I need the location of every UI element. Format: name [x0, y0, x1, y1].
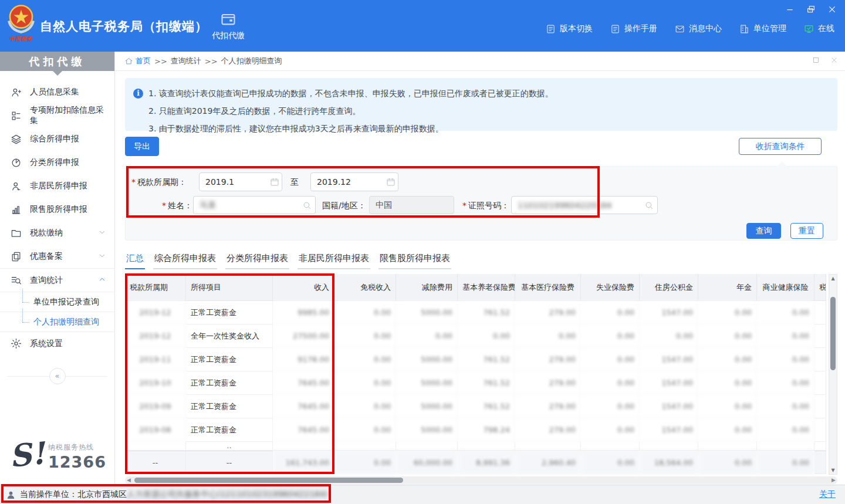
sidebar-item-8[interactable]: 查询统计 [0, 268, 114, 292]
table-cell: 1547.00 [640, 301, 698, 324]
header-menu-label: 版本切换 [560, 23, 593, 34]
header-menu-item-1[interactable]: 操作手册 [610, 23, 657, 34]
chevron-down-wrap [98, 252, 106, 262]
restore-button[interactable] [806, 5, 816, 14]
search-icon[interactable] [302, 201, 312, 210]
brand-caption: 中国税务 [5, 35, 38, 43]
breadcrumb-item[interactable]: 查询统计 [171, 56, 201, 66]
sidebar-item-7[interactable]: 优惠备案 [0, 245, 114, 268]
horizontal-scroll-thumb[interactable] [134, 478, 403, 483]
table-cell [581, 442, 640, 451]
query-button[interactable]: 查询 [746, 223, 781, 239]
sidebar-item-5[interactable]: 限售股所得申报 [0, 198, 114, 221]
table-cell: 5000.00 [396, 301, 458, 324]
tab-4[interactable]: 限售股所得申报表 [378, 252, 451, 269]
table-cell: 免税收入 [334, 274, 396, 301]
table-cell: 5000.00 [396, 371, 458, 395]
table-cell: 0.00 [581, 371, 640, 395]
panel-close-icon[interactable] [830, 56, 838, 64]
name-input[interactable]: 马某 [193, 196, 316, 214]
about-link[interactable]: 关于 [819, 489, 836, 500]
table-cell: 0.00 [334, 324, 396, 348]
tab-daikou-daijiao[interactable]: 代扣代缴 [203, 9, 254, 48]
reset-button[interactable]: 重置 [790, 223, 823, 239]
tab-3[interactable]: 非居民所得申报表 [298, 252, 370, 269]
sidebar: 代扣代缴 人员信息采集专项附加扣除信息采集综合所得申报分类所得申报非居民所得申报… [0, 52, 115, 485]
sidebar-collapse-button[interactable]: « [49, 368, 66, 384]
sidebar-subitem-8-1[interactable]: 个人扣缴明细查询 [0, 312, 114, 332]
doc-icon [610, 24, 620, 34]
table-cell: 9985.00 [273, 301, 334, 324]
chevron-down-wrap [98, 228, 106, 238]
calendar-icon[interactable] [386, 177, 396, 187]
table-cell: 9178.00 [273, 348, 334, 371]
table-cell [640, 442, 698, 451]
horizontal-scrollbar[interactable]: ◀ ▶ [125, 476, 837, 484]
mail-icon [675, 24, 685, 34]
header-menu-item-0[interactable]: 版本切换 [546, 23, 593, 34]
notice-line-2: 2. 只能查询2019年及之后的数据，不能进行跨年度查询。 [133, 102, 828, 120]
table-cell: 0.00 [698, 324, 757, 348]
table-cell [515, 442, 581, 451]
scroll-left-icon[interactable]: ◀ [127, 477, 131, 483]
table-cell: 正常工资薪金 [186, 348, 273, 371]
panel-maximize-icon[interactable] [812, 56, 820, 64]
id-number-input[interactable]: 110102199604220184 [511, 196, 658, 214]
table-cell: 0.00 [698, 371, 757, 395]
sidebar-item-2[interactable]: 综合所得申报 [0, 127, 114, 151]
vertical-scroll-thumb[interactable] [830, 297, 836, 370]
header-menu-label: 单位管理 [753, 23, 786, 34]
table-cell: 27500.00 [273, 324, 334, 348]
close-button[interactable] [827, 5, 837, 14]
table-row[interactable]: 2019-12全年一次性奖金收入27500.000.000.000.000.00… [125, 324, 837, 348]
sidebar-item-6[interactable]: 税款缴纳 [0, 221, 114, 245]
online-label: 在线 [818, 23, 834, 34]
current-unit-blurred: 人力资源公司共服务中心(12110102319960422184) [127, 489, 328, 499]
sidebar-item-9[interactable]: 系统设置 [0, 332, 114, 355]
table-row[interactable]: 2019-08正常工资薪金7645.000.005000.00798.24279… [125, 418, 837, 442]
breadcrumb-home[interactable]: 首页 [124, 56, 151, 66]
sidebar-item-3[interactable]: 分类所得申报 [0, 151, 114, 174]
tab-1[interactable]: 综合所得申报表 [153, 252, 217, 269]
table-row[interactable]: 2019-10正常工资薪金7645.000.005000.00761.52279… [125, 371, 837, 395]
search-icon[interactable] [644, 201, 654, 210]
online-status[interactable]: 在线 [804, 23, 834, 34]
table-cell: 0.00 [757, 418, 814, 442]
header-menu-item-2[interactable]: 消息中心 [675, 23, 722, 34]
sidebar-collapse-row: « [0, 368, 114, 384]
current-unit-label: 当前操作单位：北京市西城区 [20, 489, 127, 499]
scroll-right-icon[interactable]: ▶ [832, 477, 836, 483]
table-cell: 住房公积金 [640, 274, 698, 301]
id-number-value: 110102199604220184 [518, 201, 611, 210]
main-panel: 首页>>查询统计>>个人扣缴明细查询 i 1. 该查询统计表仅能查询已申报成功的… [115, 52, 845, 485]
minimize-button[interactable] [785, 5, 795, 14]
table-row[interactable]: 2019-12正常工资薪金9985.000.005000.00761.52279… [125, 301, 837, 324]
export-button[interactable]: 导出 [125, 137, 159, 156]
sidebar-item-label: 系统设置 [30, 339, 63, 349]
table-cell: 2019-12 [125, 301, 186, 324]
breadcrumb: 首页>>查询统计>>个人扣缴明细查询 [124, 52, 282, 70]
period-end-input[interactable] [310, 172, 398, 191]
table-cell: 1547.00 [640, 418, 698, 442]
collapse-query-button[interactable]: 收折查询条件 [739, 138, 822, 155]
scroll-up-icon[interactable]: ▲ [829, 276, 837, 281]
sidebar-item-label: 限售股所得申报 [30, 204, 87, 215]
sidebar-subitem-8-0[interactable]: 单位申报记录查询 [0, 292, 114, 312]
vertical-scrollbar[interactable]: ▲ ▼ [829, 274, 837, 475]
tab-0[interactable]: 汇总 [125, 252, 145, 269]
top-header: 中国税务 自然人电子税务局（扣缴端） 代扣代缴 版本切换操作手册消息中心单位管理… [0, 0, 845, 52]
scroll-down-icon[interactable]: ▼ [829, 468, 837, 473]
header-menu-item-3[interactable]: 单位管理 [739, 23, 786, 34]
sidebar-item-1[interactable]: 专项附加扣除信息采集 [0, 104, 114, 127]
name-value: 马某 [200, 200, 216, 211]
calendar-icon[interactable] [270, 177, 279, 187]
home-icon [124, 57, 133, 66]
table-cell: 2019-11 [125, 348, 186, 371]
chevron-down-icon [98, 228, 106, 236]
sidebar-item-4[interactable]: 非居民所得申报 [0, 174, 114, 198]
sidebar-item-0[interactable]: 人员信息采集 [0, 80, 114, 104]
table-row[interactable]: 2019-11正常工资薪金9178.000.005000.00761.52279… [125, 348, 837, 371]
tab-2[interactable]: 分类所得申报表 [225, 252, 289, 269]
table-row[interactable]: 2019-09正常工资薪金7645.000.005000.00761.52279… [125, 395, 837, 418]
breadcrumb-item[interactable]: 个人扣缴明细查询 [221, 56, 282, 66]
